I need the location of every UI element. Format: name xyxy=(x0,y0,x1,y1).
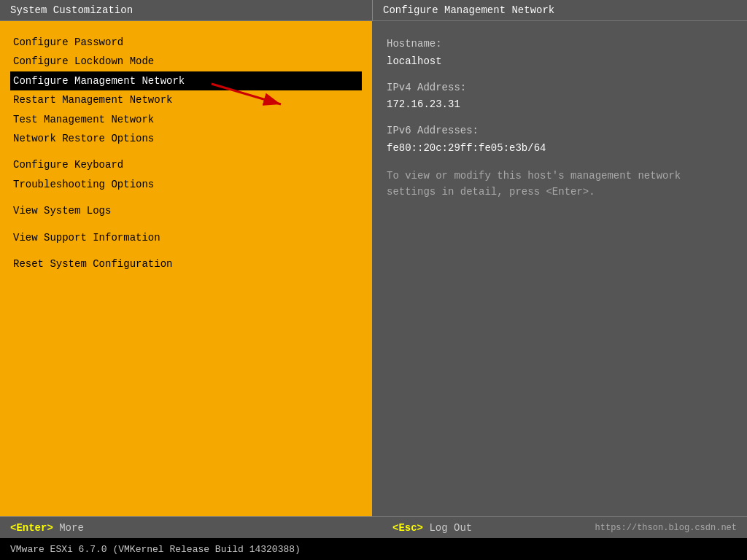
left-panel-content: Configure PasswordConfigure Lockdown Mod… xyxy=(0,21,372,516)
left-panel: System Customization Configure PasswordC… xyxy=(0,0,372,516)
menu-item-test-management-network[interactable]: Test Management Network xyxy=(10,110,362,129)
ipv4-value: 172.16.23.31 xyxy=(387,96,732,114)
ipv6-label: IPv6 Addresses: xyxy=(387,122,732,140)
menu-spacer xyxy=(10,194,362,201)
menu-list: Configure PasswordConfigure Lockdown Mod… xyxy=(10,33,362,273)
enter-key: <Enter> xyxy=(10,522,53,534)
ipv6-value: fe80::20c:29ff:fe05:e3b/64 xyxy=(387,140,732,158)
bottom-right-actions: <Esc> Log Out https://thson.blog.csdn.ne… xyxy=(382,522,737,534)
menu-item-view-system-logs[interactable]: View System Logs xyxy=(10,201,362,220)
screen: System Customization Configure PasswordC… xyxy=(0,0,747,560)
right-panel-header: Configure Management Network xyxy=(372,0,747,21)
left-panel-header: System Customization xyxy=(0,0,372,21)
menu-spacer xyxy=(10,148,362,155)
menu-item-configure-lockdown[interactable]: Configure Lockdown Mode xyxy=(10,52,362,71)
logout-label: Log Out xyxy=(429,522,472,534)
bottom-action-bar: <Enter> More <Esc> Log Out https://thson… xyxy=(0,516,747,538)
menu-item-troubleshooting-options[interactable]: Troubleshooting Options xyxy=(10,175,362,194)
esc-key: <Esc> xyxy=(392,522,423,534)
footer-text: VMware ESXi 6.7.0 (VMKernel Release Buil… xyxy=(10,544,301,555)
url-text: https://thson.blog.csdn.net xyxy=(595,523,737,533)
description-text: To view or modify this host's management… xyxy=(387,168,693,201)
bottom-left-actions: <Enter> More xyxy=(10,522,382,534)
menu-item-restart-management-network[interactable]: Restart Management Network xyxy=(10,90,362,109)
ipv4-label: IPv4 Address: xyxy=(387,79,732,97)
right-panel-content: Hostname: localhost IPv4 Address: 172.16… xyxy=(372,21,747,516)
hostname-value: localhost xyxy=(387,53,732,71)
menu-item-reset-system-configuration[interactable]: Reset System Configuration xyxy=(10,254,362,273)
hostname-label: Hostname: xyxy=(387,36,732,53)
footer: VMware ESXi 6.7.0 (VMKernel Release Buil… xyxy=(0,538,747,560)
menu-item-view-support-information[interactable]: View Support Information xyxy=(10,228,362,247)
esc-key-hint: <Esc> Log Out xyxy=(392,522,472,534)
menu-spacer xyxy=(10,247,362,254)
more-label: More xyxy=(59,522,84,534)
system-customization-title: System Customization xyxy=(10,4,133,16)
main-area: System Customization Configure PasswordC… xyxy=(0,0,747,516)
menu-item-configure-management-network[interactable]: Configure Management Network xyxy=(10,71,362,90)
right-panel-title: Configure Management Network xyxy=(383,4,554,16)
menu-item-configure-password[interactable]: Configure Password xyxy=(10,33,362,52)
right-panel: Configure Management Network Hostname: l… xyxy=(372,0,747,516)
menu-spacer xyxy=(10,221,362,228)
enter-key-hint: <Enter> More xyxy=(10,522,84,534)
menu-item-network-restore-options[interactable]: Network Restore Options xyxy=(10,129,362,148)
menu-item-configure-keyboard[interactable]: Configure Keyboard xyxy=(10,155,362,174)
